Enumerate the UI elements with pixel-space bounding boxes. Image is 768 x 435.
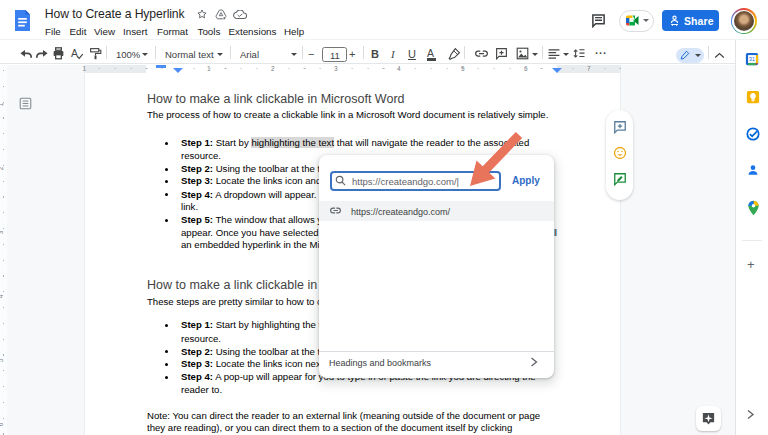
svg-text:31: 31 <box>749 56 755 62</box>
